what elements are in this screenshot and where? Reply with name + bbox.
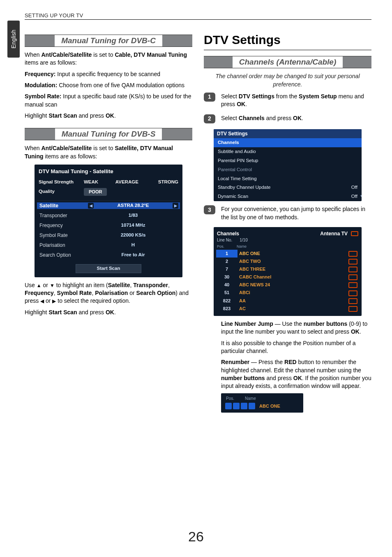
- tv-icon: [348, 298, 357, 304]
- chan-row[interactable]: 7ABC THREE: [216, 265, 359, 273]
- osd-row-transponder[interactable]: Transponder1/83: [37, 211, 180, 220]
- osd-menu-header: DTV Settings: [214, 129, 362, 139]
- chan-row[interactable]: 30CABC Channel: [216, 273, 359, 281]
- section-channels: Channels (Antenna/Cable): [204, 56, 371, 68]
- chan-row[interactable]: 2ABC TWO: [216, 258, 359, 265]
- right-arrow-icon: ▶: [52, 299, 56, 304]
- caret-left-icon[interactable]: ◀: [88, 203, 94, 209]
- running-head: SETTING UP YOUR TV: [25, 12, 371, 20]
- osd-dtv-menu: DTV Settings Channels Subtitle and Audio…: [214, 129, 362, 202]
- section-dvbc: Manual Tuning for DVB-C: [25, 35, 192, 47]
- down-arrow-icon: ▼: [50, 283, 55, 288]
- tv-icon: [348, 259, 357, 265]
- step-3-badge: 3: [204, 205, 215, 214]
- tv-icon: [348, 282, 357, 288]
- tv-icon: [348, 267, 357, 272]
- channel-note: The channel order may be changed to suit…: [204, 72, 371, 88]
- step-1: 1 Select DTV Settings from the System Se…: [204, 93, 371, 109]
- also-possible: It is also possible to change the Positi…: [221, 339, 371, 355]
- osd-row-satellite[interactable]: Satellite ◀ASTRA 28.2°E▶: [37, 201, 180, 211]
- osd-renumber-panel: Pos.Name ABC ONE: [221, 393, 303, 413]
- language-tab: English: [7, 21, 20, 58]
- osd-signal-table: Signal Strength WEAK AVERAGE STRONG Qual…: [37, 178, 180, 197]
- renumber-para: Renumber — Press the RED button to renum…: [221, 358, 371, 390]
- line-number-jump: Line Number Jump — Use the number button…: [221, 320, 371, 336]
- chan-title: Channels: [217, 230, 239, 237]
- chan-row[interactable]: 1ABC ONE: [216, 250, 359, 258]
- tv-icon: [348, 251, 357, 257]
- tv-icon: [348, 290, 357, 296]
- step-1-badge: 1: [204, 93, 215, 102]
- step-3: 3 For your convenience, you can jump to …: [204, 205, 371, 221]
- dvbc-startscan: Highlight Start Scan and press OK.: [25, 112, 192, 120]
- osd-start-scan-button[interactable]: Start Scan: [76, 264, 141, 273]
- chan-table: 1ABC ONE 2ABC TWO 7ABC THREE 30CABC Chan…: [216, 250, 359, 313]
- dvbs-use-arrows: Use ▲ or ▼ to highlight an item (Satelli…: [25, 281, 192, 305]
- tv-icon: [351, 231, 358, 236]
- chan-row[interactable]: 822AA: [216, 297, 359, 305]
- menu-parental-control: Parental Control: [214, 165, 362, 174]
- osd-channel-list: Channels Antenna TV Line No.1/10 Pos.Nam…: [214, 227, 362, 316]
- left-arrow-icon: ◀: [40, 299, 44, 304]
- dvbc-frequency: Frequency: Input a specific frequency to…: [25, 70, 192, 78]
- dvbc-symbolrate: Symbol Rate: Input a specific baud rate …: [25, 93, 192, 109]
- menu-parental-pin[interactable]: Parental PIN Setup: [214, 156, 362, 165]
- section-dvbs: Manual Tuning for DVB-S: [25, 128, 192, 140]
- menu-subtitle-audio[interactable]: Subtitle and Audio: [214, 147, 362, 156]
- chan-row[interactable]: 823AC: [216, 305, 359, 313]
- dvbc-intro: When Ant/Cable/Satellite is set to Cable…: [25, 51, 192, 67]
- tv-icon: [348, 306, 357, 312]
- chan-row[interactable]: 51ABCi: [216, 289, 359, 297]
- osd-dvbs-panel: DTV Manual Tuning - Satellite Signal Str…: [35, 165, 182, 277]
- dvbs-startscan: Highlight Start Scan and press OK.: [25, 309, 192, 316]
- dvbc-modulation: Modulation: Choose from one of five QAM …: [25, 81, 192, 89]
- menu-local-time[interactable]: Local Time Setting: [214, 174, 362, 183]
- menu-standby-update[interactable]: Standby Channel UpdateOff: [214, 183, 362, 192]
- renumber-channel-name: ABC ONE: [259, 403, 280, 409]
- page-number: 26: [0, 529, 392, 545]
- osd-dvbs-title: DTV Manual Tuning - Satellite: [37, 168, 180, 175]
- dtv-settings-heading: DTV Settings: [204, 31, 371, 48]
- chan-row[interactable]: 40ABC NEWS 24: [216, 281, 359, 289]
- step-2: 2 Select Channels and press OK.: [204, 114, 371, 123]
- tv-icon: [348, 274, 357, 280]
- osd-row-searchoption[interactable]: Search OptionFree to Air: [37, 250, 180, 260]
- osd-row-frequency[interactable]: Frequency10714 MHz: [37, 220, 180, 230]
- step-2-badge: 2: [204, 114, 215, 123]
- dvbs-intro: When Ant/Cable/Satellite is set to Satel…: [25, 144, 192, 160]
- menu-dynamic-scan[interactable]: Dynamic ScanOff: [214, 192, 362, 201]
- caret-right-icon[interactable]: ▶: [173, 203, 178, 209]
- menu-channels[interactable]: Channels: [214, 138, 362, 147]
- heading-rule: [204, 50, 371, 50]
- up-arrow-icon: ▲: [37, 283, 42, 288]
- renumber-input[interactable]: [224, 403, 255, 409]
- chan-antenna-label: Antenna TV: [320, 230, 348, 237]
- osd-row-symbolrate[interactable]: Symbol Rate22000 KS/s: [37, 230, 180, 240]
- osd-row-polarisation[interactable]: PolarisationH: [37, 240, 180, 250]
